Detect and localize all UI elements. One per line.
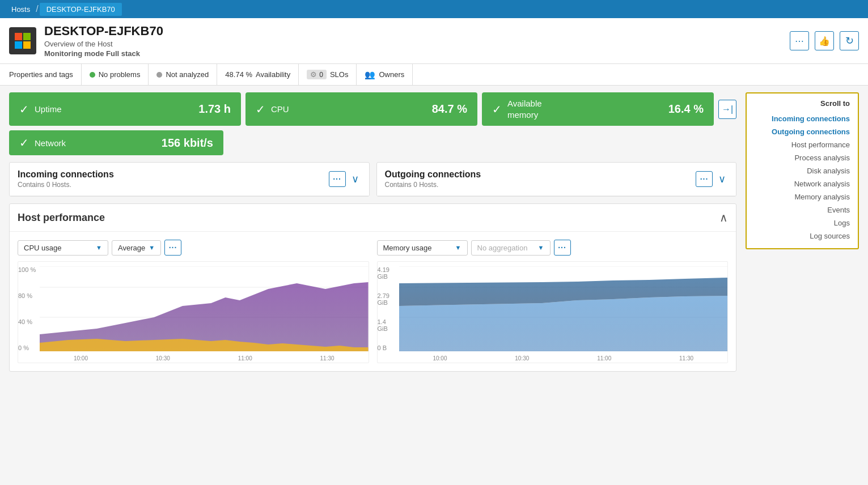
cpu-aggregation-label: Average	[118, 244, 145, 252]
cpu-check-icon: ✓	[256, 103, 265, 116]
metric-cpu: ✓ CPU 84.7 %	[245, 92, 477, 126]
cpu-y-labels: 100 % 80 % 40 % 0 %	[18, 266, 37, 351]
connections-row: Incoming connections Contains 0 Hosts. ·…	[9, 162, 736, 197]
host-header-left: DESKTOP-EJFKB70 Overview of the Host Mon…	[9, 24, 163, 58]
host-icon	[9, 27, 36, 54]
outgoing-actions: ···	[696, 171, 728, 187]
cpu-x3: 11:00	[238, 355, 252, 361]
memory-x-labels: 10:00 10:30 11:00 11:30	[399, 355, 728, 361]
perf-header: Host performance ∧	[10, 204, 736, 232]
svg-rect-1	[23, 33, 31, 40]
cpu-chart-container: 100 % 80 % 40 % 0 %	[18, 261, 369, 363]
more-button[interactable]: ⋯	[790, 31, 809, 50]
properties-label: Properties and tags	[9, 70, 73, 79]
memory-metric-arrow-icon: ▼	[455, 244, 461, 251]
main-layout: ✓ Uptime 1.73 h ✓ CPU 84.7 % ✓ Available…	[0, 86, 868, 485]
nav-owners[interactable]: 👥 Owners	[357, 64, 413, 85]
content-area: ✓ Uptime 1.73 h ✓ CPU 84.7 % ✓ Available…	[9, 92, 736, 484]
scroll-item[interactable]: Network analysis	[755, 177, 850, 190]
nav-problems[interactable]: No problems	[82, 64, 149, 85]
scroll-item[interactable]: Events	[755, 203, 850, 216]
scroll-item[interactable]: Incoming connections	[755, 112, 850, 125]
memory-metric-label: Memory usage	[383, 244, 432, 252]
memory-label: Availablememory	[507, 98, 542, 120]
cpu-aggregation-select[interactable]: Average ▼	[112, 240, 161, 256]
like-button[interactable]: 👍	[815, 31, 834, 50]
outgoing-connections-panel: Outgoing connections Contains 0 Hosts. ·…	[376, 162, 737, 197]
breadcrumb-bar: Hosts / DESKTOP-EJFKB70	[0, 0, 868, 18]
host-overview: Overview of the Host	[44, 40, 163, 48]
uptime-check-icon: ✓	[19, 103, 29, 116]
memory-chart-panel: Memory usage ▼ No aggregation ▼ ··· 4.19…	[377, 240, 729, 363]
memory-metric-select[interactable]: Memory usage ▼	[377, 240, 468, 256]
memory-aggregation-label: No aggregation	[477, 244, 528, 252]
memory-y-labels: 4.19 GiB 2.79 GiB 1.4 GiB 0 B	[378, 266, 397, 351]
metric-cards: ✓ Uptime 1.73 h ✓ CPU 84.7 % ✓ Available…	[9, 92, 736, 126]
incoming-actions: ···	[329, 171, 361, 187]
memory-aggregation-select[interactable]: No aggregation ▼	[471, 240, 551, 256]
scroll-item[interactable]: Outgoing connections	[755, 125, 850, 138]
cpu-chart-more-button[interactable]: ···	[164, 240, 181, 256]
cpu-aggregation-arrow-icon: ▼	[149, 244, 155, 251]
cpu-value: 84.7 %	[432, 103, 467, 116]
network-check-icon: ✓	[19, 136, 29, 150]
network-value: 156 kbit/s	[162, 137, 213, 150]
nav-availability[interactable]: 48.74 % Availability	[217, 64, 299, 85]
incoming-more-button[interactable]: ···	[329, 171, 346, 187]
cpu-x4: 11:30	[320, 355, 335, 361]
problems-label: No problems	[99, 70, 141, 79]
incoming-panel-info: Incoming connections Contains 0 Hosts.	[18, 169, 114, 189]
slos-badge: ⚙ 0	[307, 70, 327, 79]
problems-dot	[90, 72, 95, 78]
scroll-item[interactable]: Disk analysis	[755, 164, 850, 177]
incoming-chevron-icon[interactable]	[349, 172, 361, 186]
mem-y1: 0 B	[378, 344, 397, 351]
scroll-item[interactable]: Log sources	[755, 229, 850, 242]
outgoing-more-button[interactable]: ···	[696, 171, 713, 187]
cpu-metric-arrow-icon: ▼	[96, 244, 102, 251]
nav-bar: Properties and tags No problems Not anal…	[0, 64, 868, 86]
breadcrumb-separator: /	[36, 4, 38, 14]
svg-rect-3	[23, 41, 31, 49]
cpu-x1: 10:00	[74, 355, 88, 361]
metric-cards-row2: ✓ Network 156 kbit/s	[9, 130, 736, 155]
memory-chart-more-button[interactable]: ···	[554, 240, 571, 256]
outgoing-panel-info: Outgoing connections Contains 0 Hosts.	[385, 169, 481, 189]
metric-network: ✓ Network 156 kbit/s	[9, 130, 223, 155]
perf-collapse-icon[interactable]: ∧	[719, 211, 728, 224]
scroll-item[interactable]: Logs	[755, 216, 850, 229]
not-analyzed-dot	[156, 72, 162, 78]
mem-y2: 1.4 GiB	[378, 318, 397, 332]
host-performance-section: Host performance ∧ CPU usage ▼ Average ▼	[9, 203, 736, 372]
scroll-item[interactable]: Host performance	[755, 138, 850, 151]
scroll-item[interactable]: Memory analysis	[755, 190, 850, 203]
uptime-label: Uptime	[35, 104, 62, 114]
owners-icon: 👥	[365, 70, 375, 80]
perf-title: Host performance	[18, 212, 105, 224]
mem-x3: 11:00	[597, 355, 611, 361]
expand-button[interactable]: →|	[718, 100, 736, 119]
cpu-y4: 100 %	[18, 266, 37, 273]
memory-chart-container: 4.19 GiB 2.79 GiB 1.4 GiB 0 B	[377, 261, 729, 363]
cpu-metric-select[interactable]: CPU usage ▼	[18, 240, 108, 256]
cpu-label: CPU	[271, 104, 289, 114]
nav-not-analyzed[interactable]: Not analyzed	[149, 64, 217, 85]
memory-check-icon: ✓	[492, 103, 502, 116]
nav-properties[interactable]: Properties and tags	[9, 64, 82, 85]
cpu-chart-area	[40, 266, 369, 351]
outgoing-chevron-icon[interactable]	[716, 172, 728, 186]
cpu-x-labels: 10:00 10:30 11:00 11:30	[40, 355, 369, 361]
breadcrumb-current[interactable]: DESKTOP-EJFKB70	[40, 3, 122, 16]
refresh-button[interactable]: ↻	[840, 31, 859, 50]
memory-chart-svg	[399, 266, 728, 351]
nav-slos[interactable]: ⚙ 0 SLOs	[299, 64, 357, 85]
perf-body: CPU usage ▼ Average ▼ ··· 100 % 80 %	[10, 232, 736, 371]
mem-x4: 11:30	[679, 355, 693, 361]
breadcrumb-parent[interactable]: Hosts	[7, 5, 35, 14]
outgoing-subtitle: Contains 0 Hosts.	[385, 181, 481, 189]
incoming-subtitle: Contains 0 Hosts.	[18, 181, 114, 189]
monitoring-value: Full stack	[106, 49, 140, 58]
memory-chart-controls: Memory usage ▼ No aggregation ▼ ···	[377, 240, 729, 256]
incoming-connections-panel: Incoming connections Contains 0 Hosts. ·…	[9, 162, 370, 197]
scroll-item[interactable]: Process analysis	[755, 151, 850, 164]
